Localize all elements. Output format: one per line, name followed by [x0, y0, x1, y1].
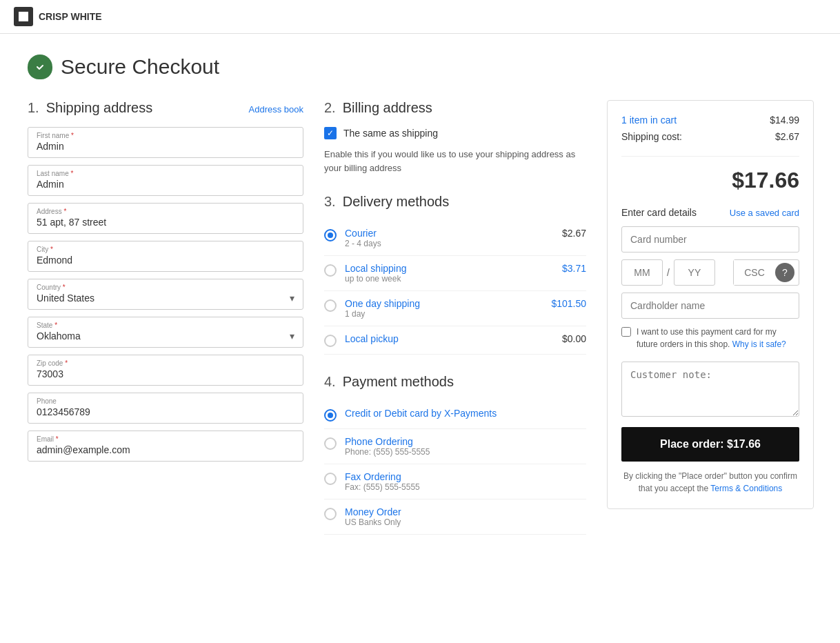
delivery-price-courier: $2.67 [562, 228, 586, 239]
first-name-field: First name * [28, 127, 303, 158]
payment-radio-fax[interactable] [324, 473, 337, 485]
address-input[interactable] [37, 217, 294, 228]
delivery-radio-pickup[interactable] [324, 335, 337, 347]
zip-field: Zip code * [28, 355, 303, 386]
svg-rect-3 [23, 17, 28, 21]
save-card-text: I want to use this payment card for my f… [637, 326, 799, 350]
billing-number: 2. [324, 100, 336, 116]
customer-note-textarea[interactable] [621, 362, 799, 417]
why-safe-link[interactable]: Why is it safe? [732, 339, 786, 349]
first-name-input[interactable] [37, 141, 294, 152]
payment-name-xpayments: Credit or Debit card by X-Payments [345, 408, 586, 419]
delivery-method-oneday[interactable]: One day shipping 1 day $101.50 [324, 291, 586, 326]
country-field: Country * United States ▾ [28, 279, 303, 310]
shipping-header: 1. Shipping address Address book [28, 100, 303, 116]
csc-help-icon[interactable]: ? [775, 263, 794, 282]
csc-input[interactable] [734, 260, 775, 285]
csc-wrapper: ? [733, 259, 799, 286]
order-total: $17.66 [621, 156, 799, 193]
state-select[interactable]: Oklahoma [37, 330, 294, 342]
delivery-method-courier[interactable]: Courier 2 - 4 days $2.67 [324, 221, 586, 256]
delivery-method-pickup[interactable]: Local pickup $0.00 [324, 326, 586, 355]
last-name-input[interactable] [37, 179, 294, 190]
payment-method-money-order[interactable]: Money Order US Banks Only [324, 499, 586, 535]
payment-header: 4. Payment methods [324, 374, 586, 390]
delivery-radio-oneday[interactable] [324, 299, 337, 312]
state-label: State * [37, 322, 294, 329]
cardholder-input[interactable] [621, 293, 799, 319]
same-as-shipping-checkbox[interactable]: ✓ [324, 127, 337, 139]
page-title: Secure Checkout [61, 55, 219, 79]
payment-radio-xpayments[interactable] [324, 409, 337, 422]
payment-radio-money-order[interactable] [324, 508, 337, 520]
city-label: City * [37, 246, 294, 253]
delivery-name-courier: Courier [345, 228, 554, 239]
delivery-name-oneday: One day shipping [345, 298, 543, 309]
delivery-number: 3. [324, 194, 336, 210]
save-card-checkbox[interactable] [621, 327, 631, 337]
checkout-layout: 1. Shipping address Address book First n… [28, 100, 812, 535]
shipping-row: Shipping cost: $2.67 [621, 131, 799, 142]
address-book-link[interactable]: Address book [249, 104, 304, 115]
payment-method-fax[interactable]: Fax Ordering Fax: (555) 555-5555 [324, 464, 586, 499]
svg-rect-1 [23, 12, 28, 17]
middle-column: 2. Billing address ✓ The same as shippin… [324, 100, 586, 535]
delivery-sub-oneday: 1 day [345, 309, 543, 319]
payment-title: Payment methods [343, 374, 454, 390]
country-select-wrapper: United States ▾ [37, 293, 294, 304]
expiry-yy-input[interactable] [674, 259, 715, 286]
same-as-shipping-row: ✓ The same as shipping [324, 127, 586, 139]
email-label: Email * [37, 435, 294, 443]
logo-text: CRISP WHITE [39, 11, 102, 22]
payment-info-money-order: Money Order US Banks Only [345, 506, 586, 527]
country-select[interactable]: United States [37, 293, 294, 304]
delivery-info-oneday: One day shipping 1 day [345, 298, 543, 319]
zip-input[interactable] [37, 368, 294, 379]
delivery-info-courier: Courier 2 - 4 days [345, 228, 554, 248]
expiry-mm-input[interactable] [621, 259, 663, 286]
delivery-radio-local[interactable] [324, 264, 337, 277]
delivery-section: 3. Delivery methods Courier 2 - 4 days $… [324, 194, 586, 355]
payment-info-fax: Fax Ordering Fax: (555) 555-5555 [345, 471, 586, 492]
phone-field: Phone [28, 393, 303, 424]
delivery-info-pickup: Local pickup [345, 333, 554, 344]
last-name-field: Last name * [28, 165, 303, 196]
terms-note: By clicking the "Place order" button you… [621, 470, 799, 495]
delivery-name-pickup: Local pickup [345, 333, 554, 344]
place-order-button[interactable]: Place order: $17.66 [621, 427, 799, 462]
items-link[interactable]: 1 item in cart [621, 115, 677, 126]
order-summary-section: 1 item in cart $14.99 Shipping cost: $2.… [607, 100, 814, 535]
last-name-label: Last name * [37, 170, 294, 177]
email-field: Email * [28, 431, 303, 462]
payment-radio-phone[interactable] [324, 437, 337, 450]
card-section-header: Enter card details Use a saved card [621, 207, 799, 218]
svg-rect-2 [19, 17, 23, 21]
shipping-number: 1. [28, 100, 39, 116]
delivery-method-local[interactable]: Local shipping up to one week $3.71 [324, 256, 586, 291]
logo[interactable]: CRISP WHITE [14, 7, 102, 26]
state-select-wrapper: Oklahoma ▾ [37, 330, 294, 342]
payment-method-xpayments[interactable]: Credit or Debit card by X-Payments [324, 401, 586, 429]
terms-link[interactable]: Terms & Conditions [710, 484, 782, 493]
city-input[interactable] [37, 255, 294, 266]
use-saved-link[interactable]: Use a saved card [730, 208, 799, 218]
delivery-sub-local: up to one week [345, 274, 554, 284]
delivery-info-local: Local shipping up to one week [345, 263, 554, 284]
payment-info-phone: Phone Ordering Phone: (555) 555-5555 [345, 436, 586, 457]
payment-name-fax: Fax Ordering [345, 471, 586, 482]
delivery-price-local: $3.71 [562, 263, 586, 274]
zip-label: Zip code * [37, 359, 294, 367]
email-input[interactable] [37, 444, 294, 455]
payment-sub-money-order: US Banks Only [345, 517, 586, 527]
items-row: 1 item in cart $14.99 [621, 115, 799, 126]
expiry-separator: / [667, 267, 670, 278]
expiry-row: / ? [621, 259, 799, 286]
phone-input[interactable] [37, 406, 294, 417]
billing-section: 2. Billing address ✓ The same as shippin… [324, 100, 586, 175]
city-field: City * [28, 241, 303, 272]
delivery-radio-courier[interactable] [324, 229, 337, 241]
payment-method-phone[interactable]: Phone Ordering Phone: (555) 555-5555 [324, 429, 586, 464]
card-number-input[interactable] [621, 226, 799, 253]
address-label: Address * [37, 208, 294, 215]
state-field: State * Oklahoma ▾ [28, 317, 303, 348]
